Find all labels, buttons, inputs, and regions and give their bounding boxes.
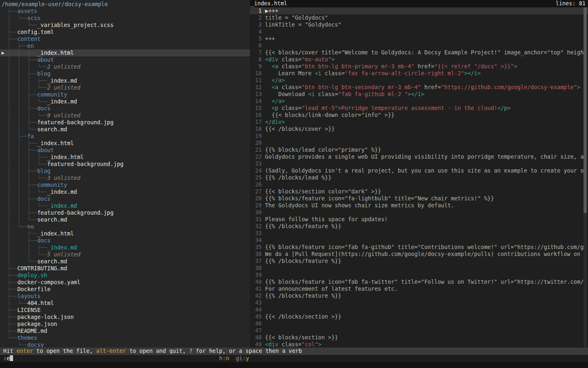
tree-item--index-md[interactable]: │ │ │ └──_index.md: [0, 98, 250, 105]
tree-branch-lines: ├──: [7, 328, 17, 334]
tree-branch-lines: │ │ ├──: [7, 140, 37, 146]
preview-line: 44: [250, 306, 588, 313]
tree-item--index-html[interactable]: │ │ │ ├──_index.html: [0, 154, 250, 161]
tree-item-blog[interactable]: │ │ ├──blog: [0, 168, 250, 175]
tree-item--index-md[interactable]: │ │ ├──_index.md: [0, 244, 250, 251]
tree-item-label: blog: [37, 70, 51, 77]
line-number: 42: [250, 292, 265, 299]
tree-branch-lines: ├──: [7, 36, 17, 42]
tree-item-scss[interactable]: │ └──scss: [0, 15, 250, 22]
tree-item-label: en: [27, 43, 34, 49]
preview-line: 27{{< blocks/section color="dark" >}}: [250, 188, 588, 195]
line-number: 31: [250, 216, 265, 223]
tree-item-dockerfile[interactable]: ├──Dockerfile: [0, 286, 250, 293]
code-text: {{% /blocks/lead %}}: [265, 174, 588, 181]
tree-item-search-md[interactable]: │ │ └──search.md: [0, 216, 250, 223]
tree-item-assets[interactable]: ├──assets: [0, 8, 250, 15]
tree-item-config-toml[interactable]: ├──config.toml: [0, 29, 250, 36]
tree-item-3-unlisted[interactable]: │ │ │ └──3 unlisted: [0, 175, 250, 182]
tree-item-content[interactable]: ├──content: [0, 36, 250, 43]
tree-item-label: _index.html: [47, 154, 84, 160]
preview-line: 7{{< blocks/cover title="Welcome to Gold…: [250, 49, 588, 56]
tree-item-layouts[interactable]: ├──layouts: [0, 293, 250, 300]
tree-item-readme-md[interactable]: ├──README.md: [0, 328, 250, 334]
tree-branch-lines: │ │ │ ├──: [7, 154, 47, 160]
tree-item-no[interactable]: │ └──no: [0, 223, 250, 230]
tree-item-about[interactable]: │ │ ├──about: [0, 147, 250, 154]
line-number: 25: [250, 174, 265, 181]
tree-item-5-unlisted[interactable]: │ │ └──5 unlisted: [0, 251, 250, 258]
tree-branch-lines: │ │ │ └──: [7, 175, 47, 181]
code-text: [265, 306, 588, 313]
tree-item-docsy[interactable]: └──docsy: [0, 341, 250, 348]
scrollbar-thumb[interactable]: [584, 7, 587, 213]
line-number: 9: [250, 63, 265, 70]
code-text: [265, 237, 588, 244]
tree-item-featured-background-jpg[interactable]: │ │ ├──featured-background.jpg: [0, 119, 250, 126]
tree-branch-lines: │ ├──: [7, 133, 27, 139]
tree-item-themes[interactable]: └──themes: [0, 334, 250, 341]
tree-item-9-unlisted[interactable]: │ │ │ └──9 unlisted: [0, 112, 250, 119]
code-text: Learn More <i class="fas fa-arrow-alt-ci…: [265, 70, 588, 77]
preview-line: 47: [250, 327, 588, 334]
code-text: <div class="mx-auto">: [265, 56, 588, 63]
tree-item-404-html[interactable]: │ └──404.html: [0, 300, 250, 307]
tree-item-label: community: [37, 182, 67, 188]
tree-item-contributing-md[interactable]: ├──CONTRIBUTING.md: [0, 265, 250, 272]
tree-item--index-html[interactable]: ▶│ │ ├──_index.html: [0, 49, 250, 56]
line-number: 37: [250, 258, 265, 265]
tree-item-docs[interactable]: │ │ ├──docs: [0, 105, 250, 112]
tree-branch-lines: │ │ ├──: [7, 91, 37, 98]
tree-item-package-json[interactable]: ├──package.json: [0, 321, 250, 328]
tree-item-community[interactable]: │ │ ├──community: [0, 91, 250, 98]
line-number: 11: [250, 77, 265, 84]
tree-item--index-html[interactable]: │ │ ├──_index.html: [0, 140, 250, 147]
tree-item-featured-background-jpg[interactable]: │ │ ├──featured-background.jpg: [0, 209, 250, 216]
tree-branch-lines: │ │ ├──: [7, 119, 37, 126]
line-number: 39: [250, 272, 265, 278]
code-text: For announcement of latest features etc.: [265, 285, 588, 292]
tree-item-about[interactable]: │ │ ├──about: [0, 56, 250, 63]
preview-line: 14 </a>: [250, 98, 588, 105]
tree-item-license[interactable]: ├──LICENSE: [0, 307, 250, 314]
line-number: 1: [250, 7, 265, 14]
tree-item-label: _index.md: [47, 188, 77, 195]
tree-item-blog[interactable]: │ │ ├──blog: [0, 70, 250, 77]
preview-line: 35{{% blocks/feature icon="fab fa-github…: [250, 244, 588, 251]
tree-item-label: package.json: [17, 321, 57, 327]
line-number: 12: [250, 84, 265, 91]
tree-item-label: _index.md: [47, 98, 77, 105]
tree-item-search-md[interactable]: │ └──search.md: [0, 258, 250, 265]
preview-scrollbar[interactable]: [584, 7, 587, 348]
tree-item--index-md[interactable]: │ │ │ └──_index.md: [0, 202, 250, 209]
tree-item-deploy-sh[interactable]: ├──deploy.sh: [0, 272, 250, 279]
tree-item-label: 3 unlisted: [47, 175, 80, 181]
tree-item-docker-compose-yaml[interactable]: ├──docker-compose.yaml: [0, 279, 250, 286]
tree-item-2-unlisted[interactable]: │ │ │ └──2 unlisted: [0, 63, 250, 70]
tree-item-en[interactable]: │ ├──en: [0, 43, 250, 49]
code-text: [265, 181, 588, 188]
line-number: 49: [250, 341, 265, 348]
tree-item-docs[interactable]: │ │ ├──docs: [0, 195, 250, 202]
tree-item--variables-project-scss[interactable]: │ └──_variables_project.scss: [0, 22, 250, 29]
tree-item-2-unlisted[interactable]: │ │ │ └──2 unlisted: [0, 84, 250, 91]
tree-item-docs[interactable]: │ ├──docs: [0, 237, 250, 244]
line-number: 29: [250, 202, 265, 209]
command-input-bar: :e h:n gi:y: [0, 355, 588, 362]
code-text: The Goldydocs UI now shows chair size me…: [265, 202, 588, 209]
broot-terminal-app: /home/example-user/docsy-example├──asset…: [0, 0, 588, 368]
tree-item--index-md[interactable]: │ │ │ └──_index.md: [0, 188, 250, 195]
code-text: [265, 132, 588, 139]
tree-item-package-lock-json[interactable]: ├──package-lock.json: [0, 314, 250, 321]
tree-item--index-md[interactable]: │ │ │ ├──_index.md: [0, 77, 250, 84]
tree-item-search-md[interactable]: │ │ └──search.md: [0, 126, 250, 133]
tree-item-fa[interactable]: │ ├──fa: [0, 133, 250, 140]
code-text: Goldydocs provides a single web UI provi…: [265, 153, 588, 160]
code-text: [265, 265, 588, 272]
tree-branch-lines: │ │ │ └──: [7, 98, 47, 105]
tree-item-community[interactable]: │ │ ├──community: [0, 182, 250, 188]
tree-item--index-html[interactable]: │ ├──_index.html: [0, 230, 250, 237]
tree-item-featured-background-jpg[interactable]: │ │ │ └──featured-background.jpg: [0, 161, 250, 168]
line-number: 22: [250, 153, 265, 160]
preview-line: 41For announcement of latest features et…: [250, 285, 588, 292]
